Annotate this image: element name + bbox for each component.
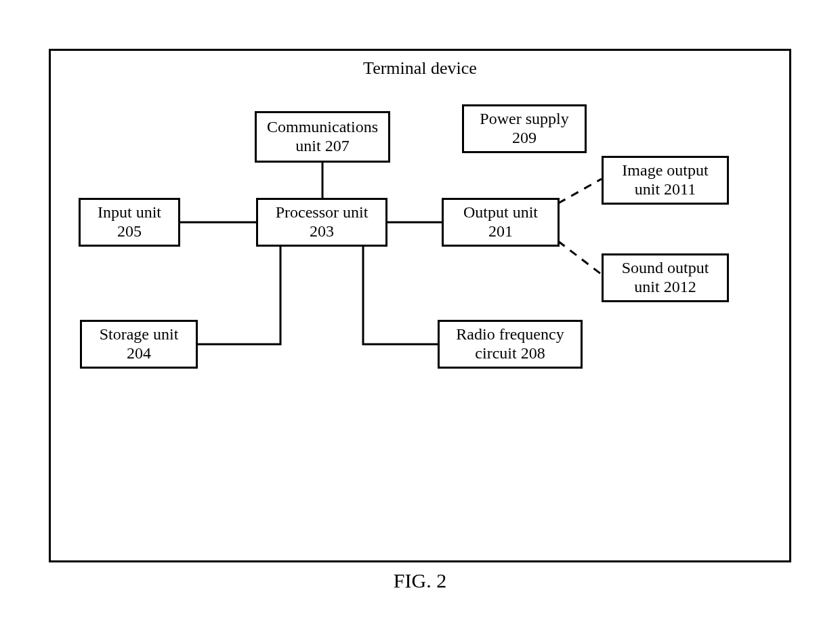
image-output-unit-block: Image output unit 2011 — [602, 156, 729, 205]
diagram-title: Terminal device — [49, 58, 791, 79]
sound-output-unit-block: Sound output unit 2012 — [602, 253, 729, 302]
block-label: 209 — [512, 129, 537, 148]
diagram-title-text: Terminal device — [363, 58, 477, 78]
block-label: 205 — [117, 222, 142, 241]
block-label: 201 — [488, 222, 513, 241]
storage-unit-block: Storage unit 204 — [80, 320, 198, 369]
block-label: circuit 208 — [475, 344, 545, 363]
figure-caption-text: FIG. 2 — [394, 569, 446, 592]
block-label: Sound output — [622, 259, 709, 278]
output-unit-block: Output unit 201 — [442, 198, 560, 247]
block-label: Storage unit — [100, 325, 179, 344]
block-label: Input unit — [98, 203, 161, 222]
block-label: Communications — [267, 118, 378, 137]
block-label: 203 — [310, 222, 334, 241]
block-label: Output unit — [463, 203, 538, 222]
block-label: Image output — [622, 161, 708, 180]
diagram-canvas: Terminal device Communications unit 207 … — [0, 0, 840, 639]
processor-unit-block: Processor unit 203 — [256, 198, 387, 247]
block-label: unit 207 — [295, 137, 349, 156]
block-label: 204 — [127, 344, 151, 363]
radio-frequency-circuit-block: Radio frequency circuit 208 — [438, 320, 583, 369]
terminal-device-frame — [49, 49, 791, 562]
block-label: unit 2012 — [634, 278, 696, 297]
power-supply-block: Power supply 209 — [462, 104, 587, 153]
figure-caption: FIG. 2 — [0, 569, 840, 592]
block-label: unit 2011 — [635, 180, 696, 199]
input-unit-block: Input unit 205 — [79, 198, 180, 247]
block-label: Power supply — [480, 110, 568, 129]
block-label: Radio frequency — [456, 325, 564, 344]
block-label: Processor unit — [276, 203, 369, 222]
communications-unit-block: Communications unit 207 — [255, 111, 390, 163]
